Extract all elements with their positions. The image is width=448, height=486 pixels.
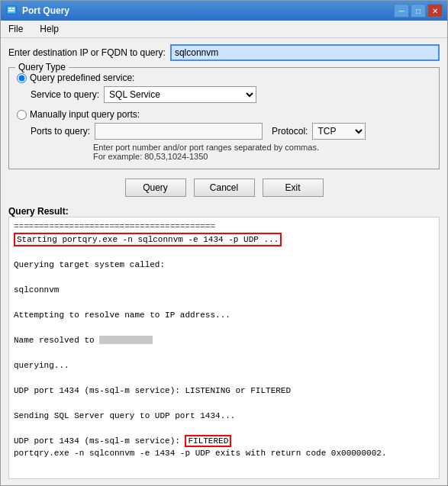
svg-rect-3	[8, 10, 15, 11]
radio-predefined-row: Query predefined service:	[17, 72, 431, 83]
highlight-filtered: FILTERED	[185, 435, 231, 447]
result-line-blank7	[14, 397, 434, 410]
svg-rect-2	[12, 8, 15, 9]
highlight-start: Starting portqry.exe -n sqlconnvm -e 143…	[14, 233, 282, 246]
protocol-select[interactable]: TCP UDP	[312, 123, 366, 140]
ports-hint-line1: Enter port number and/or port ranges sep…	[93, 143, 431, 152]
service-label: Service to query:	[31, 89, 99, 100]
result-line-querying-target: Querying target system called:	[14, 259, 434, 272]
ports-hint-line2: For example: 80,53,1024-1350	[93, 152, 431, 161]
title-bar: Port Query ─ □ ✕	[1, 1, 447, 21]
resolved-ip-block	[99, 336, 153, 344]
ports-input[interactable]	[95, 123, 263, 140]
result-line-start: Starting portqry.exe -n sqlconnvm -e 143…	[14, 233, 434, 246]
ports-section: Ports to query: Protocol: TCP UDP Enter …	[31, 123, 431, 161]
result-line-blank5	[14, 346, 434, 359]
svg-rect-1	[8, 8, 11, 9]
menu-help[interactable]: Help	[35, 22, 63, 36]
exit-button[interactable]: Exit	[263, 179, 324, 197]
result-container: Query Result: ==========================…	[1, 203, 447, 485]
menu-bar: File Help	[1, 21, 447, 38]
protocol-label: Protocol:	[272, 126, 308, 137]
dest-input[interactable]	[170, 44, 440, 61]
result-line-udp-listen: UDP port 1434 (ms-sql-m service): LISTEN…	[14, 385, 434, 397]
app-icon	[5, 5, 18, 17]
minimize-button[interactable]: ─	[394, 4, 409, 18]
main-window: Port Query ─ □ ✕ File Help Enter destina…	[0, 0, 448, 486]
button-row: Query Cancel Exit	[8, 179, 440, 197]
result-line-sending: Sending SQL Server query to UDP port 143…	[14, 410, 434, 423]
cancel-button[interactable]: Cancel	[194, 179, 255, 197]
result-box[interactable]: ========================================…	[8, 217, 440, 479]
window-controls: ─ □ ✕	[394, 4, 443, 18]
radio-manual-row: Manually input query ports:	[17, 109, 431, 120]
radio-predefined[interactable]	[17, 73, 27, 83]
ports-label: Ports to query:	[31, 126, 90, 137]
group-legend: Query Type	[15, 62, 69, 72]
query-type-group: Query Type Query predefined service: Ser…	[8, 67, 440, 169]
dest-label: Enter destination IP or FQDN to query:	[8, 47, 166, 58]
radio-manual[interactable]	[17, 110, 27, 120]
result-line-hostname: sqlconnvm	[14, 284, 434, 297]
ports-row: Ports to query: Protocol: TCP UDP	[31, 123, 431, 140]
window-title: Port Query	[22, 5, 394, 16]
destination-row: Enter destination IP or FQDN to query:	[8, 44, 440, 61]
main-content: Enter destination IP or FQDN to query: Q…	[1, 38, 447, 203]
result-line-resolving: Attempting to resolve name to IP address…	[14, 309, 434, 322]
result-separator: ========================================	[14, 220, 434, 233]
result-line-blank3	[14, 296, 434, 309]
result-line-blank1	[14, 246, 434, 259]
result-line-blank2	[14, 271, 434, 284]
query-button[interactable]: Query	[125, 179, 186, 197]
result-line-blank4	[14, 321, 434, 334]
result-line-blank8	[14, 422, 434, 435]
result-line-exit-code: portqry.exe -n sqlconnvm -e 1434 -p UDP …	[14, 447, 434, 460]
result-line-resolved: Name resolved to	[14, 334, 434, 347]
close-button[interactable]: ✕	[427, 4, 443, 18]
menu-file[interactable]: File	[4, 22, 27, 36]
radio-predefined-label: Query predefined service:	[30, 72, 134, 83]
service-row: Service to query: SQL Service	[31, 86, 431, 103]
result-line-blank6	[14, 372, 434, 385]
radio-manual-label: Manually input query ports:	[30, 109, 140, 120]
service-select[interactable]: SQL Service	[104, 86, 256, 103]
result-line-filtered: UDP port 1434 (ms-sql-m service): FILTER…	[14, 435, 434, 448]
result-label: Query Result:	[8, 206, 440, 217]
maximize-button[interactable]: □	[411, 4, 426, 18]
result-line-querying: querying...	[14, 359, 434, 372]
